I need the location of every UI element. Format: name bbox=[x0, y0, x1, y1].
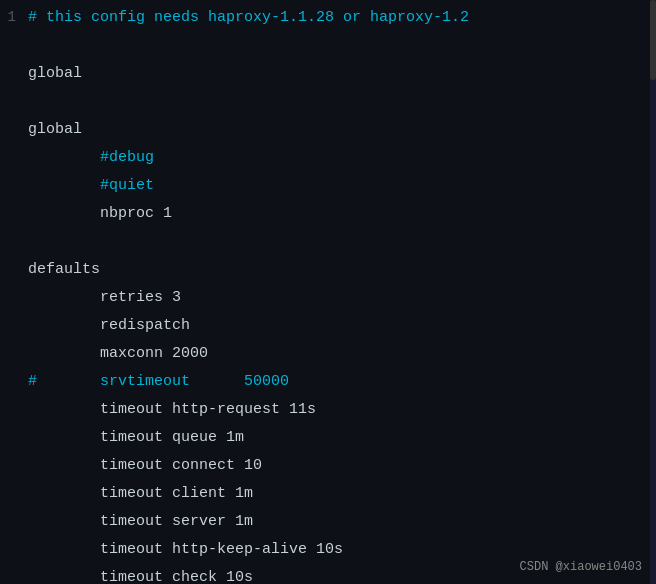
code-line: timeout connect 10 bbox=[0, 456, 656, 484]
scrollbar[interactable] bbox=[650, 0, 656, 584]
code-line: maxconn 2000 bbox=[0, 344, 656, 372]
code-text: defaults bbox=[28, 261, 100, 278]
code-line: nbproc 1 bbox=[0, 204, 656, 232]
code-text: timeout client 1m bbox=[28, 485, 253, 502]
line-content: global bbox=[20, 65, 656, 82]
code-text: srvtimeout 50000 bbox=[100, 373, 289, 390]
line-content: nbproc 1 bbox=[20, 205, 656, 222]
code-text: global bbox=[28, 65, 82, 82]
code-line: global bbox=[0, 120, 656, 148]
code-text: # this config needs haproxy-1.1.28 or ha… bbox=[28, 9, 469, 26]
code-line: #debug bbox=[0, 148, 656, 176]
line-content: maxconn 2000 bbox=[20, 345, 656, 362]
code-text: redispatch bbox=[28, 317, 190, 334]
code-text: #quiet bbox=[100, 177, 154, 194]
code-editor: 1# this config needs haproxy-1.1.28 or h… bbox=[0, 0, 656, 584]
code-line bbox=[0, 92, 656, 120]
line-content: timeout connect 10 bbox=[20, 457, 656, 474]
code-text: #debug bbox=[100, 149, 154, 166]
code-line bbox=[0, 232, 656, 260]
code-line: global bbox=[0, 64, 656, 92]
code-text: timeout http-request 11s bbox=[28, 401, 316, 418]
line-content: redispatch bbox=[20, 317, 656, 334]
line-content: defaults bbox=[20, 261, 656, 278]
code-text: timeout connect 10 bbox=[28, 457, 262, 474]
code-line: defaults bbox=[0, 260, 656, 288]
code-text: timeout server 1m bbox=[28, 513, 253, 530]
line-content: timeout client 1m bbox=[20, 485, 656, 502]
code-text: timeout queue 1m bbox=[28, 429, 244, 446]
code-line: timeout server 1m bbox=[0, 512, 656, 540]
code-text bbox=[28, 177, 100, 194]
code-text: retries 3 bbox=[28, 289, 181, 306]
code-text: global bbox=[28, 121, 82, 138]
code-text: nbproc 1 bbox=[28, 205, 172, 222]
code-line: # srvtimeout 50000 bbox=[0, 372, 656, 400]
code-line: #quiet bbox=[0, 176, 656, 204]
scrollbar-thumb[interactable] bbox=[650, 0, 656, 80]
line-content: global bbox=[20, 121, 656, 138]
code-text: timeout check 10s bbox=[28, 569, 253, 584]
code-line: timeout http-request 11s bbox=[0, 400, 656, 428]
line-content: #debug bbox=[20, 149, 656, 166]
code-line: redispatch bbox=[0, 316, 656, 344]
code-line bbox=[0, 36, 656, 64]
line-content: timeout server 1m bbox=[20, 513, 656, 530]
code-line: 1# this config needs haproxy-1.1.28 or h… bbox=[0, 8, 656, 36]
line-number: 1 bbox=[0, 9, 20, 25]
line-content: timeout http-request 11s bbox=[20, 401, 656, 418]
watermark: CSDN @xiaowei0403 bbox=[520, 560, 642, 574]
line-content: #quiet bbox=[20, 177, 656, 194]
code-text: timeout http-keep-alive 10s bbox=[28, 541, 343, 558]
code-text: maxconn 2000 bbox=[28, 345, 208, 362]
code-line: retries 3 bbox=[0, 288, 656, 316]
line-content: # this config needs haproxy-1.1.28 or ha… bbox=[20, 9, 656, 26]
line-content: retries 3 bbox=[20, 289, 656, 306]
line-content: timeout queue 1m bbox=[20, 429, 656, 446]
line-content: timeout http-keep-alive 10s bbox=[20, 541, 656, 558]
code-text bbox=[28, 149, 100, 166]
code-line: timeout client 1m bbox=[0, 484, 656, 512]
line-content: # srvtimeout 50000 bbox=[20, 373, 656, 390]
code-line: timeout queue 1m bbox=[0, 428, 656, 456]
code-text: # bbox=[28, 373, 100, 390]
